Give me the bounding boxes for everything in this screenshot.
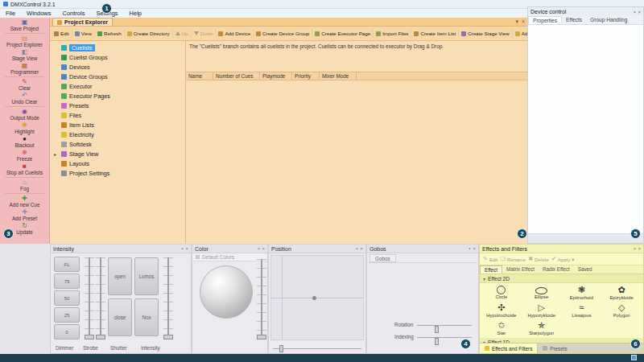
lamp-off-nox-button[interactable]: Nox: [134, 298, 159, 336]
blackout-button[interactable]: ● Blackout: [0, 135, 49, 149]
apply-dropdown-icon[interactable]: ▾: [572, 257, 574, 262]
tab-group-handling[interactable]: Group Handling: [586, 16, 631, 24]
tab-radix-effect[interactable]: Radix Effect: [539, 265, 574, 274]
tab-saved[interactable]: Saved: [574, 265, 597, 274]
color-fader-handle[interactable]: [257, 335, 266, 339]
preset-full-button[interactable]: FL: [54, 257, 80, 272]
column-playmode[interactable]: Playmode: [260, 72, 292, 80]
effect-polygon[interactable]: ◇Polygon: [601, 302, 642, 319]
pan-tilt-area[interactable]: [270, 255, 364, 340]
up-button[interactable]: Up: [173, 29, 192, 38]
tree-item-stage-view[interactable]: ▸Stage View: [50, 149, 185, 158]
fog-button[interactable]: ♨ Fog: [0, 179, 49, 192]
edit-button[interactable]: Edit: [52, 29, 72, 38]
preset-50-button[interactable]: 50: [54, 290, 80, 306]
tab-effect[interactable]: Effect: [480, 265, 502, 274]
effect-lissajous[interactable]: ≈Lissajous: [562, 302, 602, 319]
preset-0-button[interactable]: 0: [54, 324, 80, 339]
color-wheel[interactable]: [200, 265, 253, 319]
column-mixer-mode[interactable]: Mixer Mode: [320, 72, 357, 80]
tree-item-executor[interactable]: Executor: [50, 81, 185, 91]
shutter-open-button[interactable]: open: [108, 257, 132, 295]
pan-slider-handle[interactable]: [279, 345, 283, 352]
effect-rename-button[interactable]: ❏Rename: [501, 256, 526, 262]
create-directory-button[interactable]: Create Directory: [125, 29, 173, 38]
pin-icon[interactable]: ▪: [181, 246, 183, 251]
menu-windows[interactable]: Windows: [21, 10, 56, 17]
effect-starpolygon[interactable]: ✯Starpolygon: [522, 319, 562, 337]
effect-star[interactable]: ✩Star: [481, 319, 522, 337]
create-stage-view-button[interactable]: Create Stage View: [459, 29, 512, 38]
save-project-button[interactable]: ▣ Save Project: [0, 19, 49, 32]
menu-file[interactable]: File: [0, 10, 21, 17]
pan-slider[interactable]: [273, 348, 361, 349]
close-icon[interactable]: ×: [185, 246, 188, 251]
effect-hypozykloide[interactable]: ▷Hypozykloide: [522, 302, 562, 319]
pin-icon[interactable]: ▪: [469, 246, 470, 251]
effect-ellipse[interactable]: Ellipse: [522, 284, 562, 302]
pin-icon[interactable]: ▪: [634, 246, 635, 251]
tab-properties[interactable]: Properties: [528, 16, 562, 24]
lamp-on-lumos-button[interactable]: Lumos: [134, 257, 159, 295]
menu-help[interactable]: Help: [124, 10, 147, 17]
tree-item-executor-pages[interactable]: Executor Pages: [50, 91, 185, 101]
color-brightness-fader[interactable]: [257, 259, 266, 339]
tree-item-files[interactable]: Files: [50, 110, 185, 120]
close-icon[interactable]: ×: [262, 246, 265, 251]
dimmer-fader[interactable]: [85, 257, 94, 339]
clear-button[interactable]: ✎ Clear: [0, 78, 49, 92]
effect-apply-button[interactable]: ✔Apply▾: [551, 256, 574, 262]
tab-project-explorer[interactable]: Project Explorer: [52, 18, 113, 26]
tab-matrix-effect[interactable]: Matrix Effect: [502, 265, 539, 274]
effect-epizykloide[interactable]: ✿Epizykloide: [601, 284, 642, 302]
strobe-fader-handle[interactable]: [96, 335, 105, 339]
down-button[interactable]: Down: [192, 29, 217, 38]
intensity-fader[interactable]: [163, 257, 173, 339]
menu-controls[interactable]: Controls: [57, 10, 91, 17]
output-mode-button[interactable]: ◉ Output Mode: [0, 108, 49, 121]
indexing-slider[interactable]: [417, 337, 472, 338]
stage-view-button[interactable]: ◧ Stage View: [0, 48, 49, 62]
add-device-button[interactable]: Add Device: [216, 29, 254, 38]
tab-gobos[interactable]: Gobos: [369, 254, 396, 262]
preset-25-button[interactable]: 25: [54, 307, 80, 323]
tree-item-electricity[interactable]: Electricity: [50, 130, 185, 139]
project-explorer-button[interactable]: ▤ Project Explorer: [0, 35, 49, 48]
preset-75-button[interactable]: 75: [54, 274, 80, 289]
strobe-fader[interactable]: [96, 257, 105, 339]
freeze-button[interactable]: ❄ Freeze: [0, 149, 49, 162]
create-executor-page-button[interactable]: Create Executor Page: [312, 29, 374, 38]
undo-clear-button[interactable]: ↶ Undo Clear: [0, 92, 49, 105]
rotation-slider-handle[interactable]: [435, 326, 439, 333]
pin-icon[interactable]: ▪: [356, 246, 357, 251]
stop-all-cuelists-button[interactable]: ■ Stop all Cuelists: [0, 162, 49, 176]
tree-item-cuelists[interactable]: Cuelists: [50, 43, 185, 52]
close-icon[interactable]: ×: [638, 10, 641, 14]
expand-arrow-icon[interactable]: ▸: [54, 151, 56, 157]
add-power-source-button[interactable]: Add Power Source: [513, 29, 527, 38]
tree-item-devices[interactable]: Devices: [50, 62, 185, 72]
dimmer-fader-handle[interactable]: [85, 335, 94, 339]
rotation-slider[interactable]: [417, 325, 472, 326]
pin-icon[interactable]: ▪: [258, 246, 259, 251]
pin-icon[interactable]: ▪: [634, 10, 635, 14]
effect-epitrochoid[interactable]: ❃Epitrochoid: [562, 284, 602, 302]
add-new-cue-button[interactable]: ✚ Add new Cue: [0, 195, 49, 208]
tab-effects[interactable]: Effects: [562, 16, 586, 24]
indexing-slider-handle[interactable]: [435, 338, 439, 345]
column-priority[interactable]: Priority: [292, 72, 320, 80]
bottom-tab-presets[interactable]: Presets: [538, 343, 572, 353]
effect-hypotrochoide[interactable]: ✣Hypotrochoide: [481, 302, 522, 319]
effect-circle[interactable]: Circle: [481, 284, 522, 302]
tree-item-cuelist-groups[interactable]: Cuelist Groups: [50, 52, 185, 62]
tree-item-item-lists[interactable]: Item Lists: [50, 120, 185, 130]
create-device-group-button[interactable]: Create Device Group: [254, 29, 312, 38]
intensity-fader-handle[interactable]: [163, 335, 173, 339]
programmer-button[interactable]: ▦ Programmer: [0, 62, 49, 76]
section-effect-2d[interactable]: ▾ Effect 2D: [480, 274, 643, 283]
view-button[interactable]: View: [72, 29, 95, 38]
effect-delete-button[interactable]: ✖Delete: [528, 256, 549, 262]
position-cursor[interactable]: [312, 296, 316, 300]
close-icon[interactable]: ×: [360, 246, 363, 251]
column-number-of-cues[interactable]: Number of Cues: [213, 72, 260, 80]
